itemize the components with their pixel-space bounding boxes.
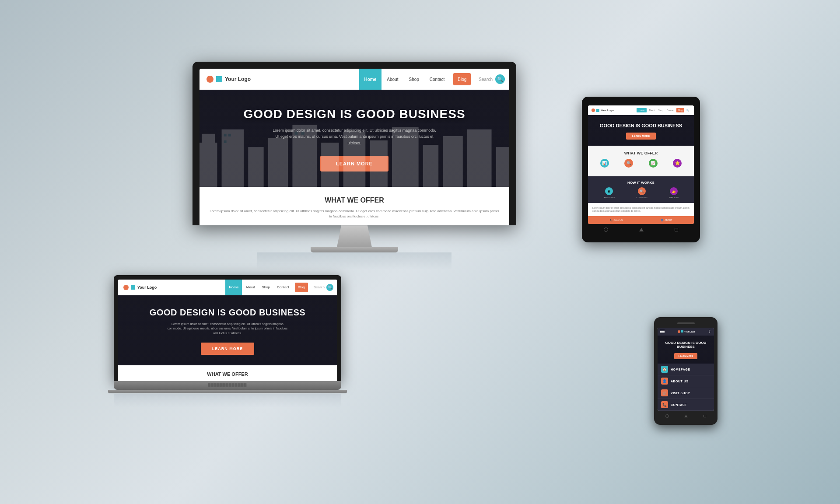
share-icon[interactable]: ⇧ <box>708 329 711 334</box>
tablet-recent-btn[interactable] <box>675 228 678 231</box>
tablet-how-section: HOW IT WORKS 🖥 LARGE VISION 🔍 EXPERIENCE <box>588 176 694 203</box>
svg-rect-15 <box>228 134 231 136</box>
phone-screen: Your Logo ⇧ GOOD DESIGN IS GOOD BUSINESS… <box>658 328 714 411</box>
tablet-how-circle-3: 👍 <box>670 187 678 195</box>
phone-menu-contact[interactable]: 📞 CONTACT <box>658 399 714 411</box>
homepage-icon: 🏠 <box>661 366 668 373</box>
nav-about[interactable]: About <box>382 69 403 90</box>
tablet-how-label-1: LARGE VISION <box>603 196 615 199</box>
tablet-back-btn[interactable] <box>604 228 608 232</box>
laptop-logo-area: Your Logo <box>118 280 225 295</box>
svg-rect-0 <box>200 143 217 187</box>
tablet-offer-icon-3: 📈 <box>649 159 658 168</box>
tablet-home-btn[interactable] <box>639 228 644 231</box>
desktop-offer-text: Lorem ipsum dolor sit amet, consectetur … <box>208 209 500 219</box>
desktop-nav-logo: Your Logo <box>200 69 359 90</box>
menu-line-3 <box>660 332 665 333</box>
nav-home[interactable]: Home <box>359 69 382 90</box>
laptop-hero-text: Lorem ipsum dolor sit amet, consectetur … <box>166 322 289 336</box>
desktop-website: Your Logo Home About Shop Contact Blog S… <box>200 69 509 225</box>
phone-logo: Your Logo <box>678 330 695 333</box>
nav-shop[interactable]: Shop <box>403 69 424 90</box>
phone-menu-homepage[interactable]: 🏠 HOMEPAGE <box>658 364 714 375</box>
desktop-base <box>311 247 398 252</box>
svg-rect-9 <box>392 127 419 187</box>
phone-logo-text: Your Logo <box>684 330 695 333</box>
desktop-offer-title: WHAT WE OFFER <box>208 196 500 204</box>
tablet-logo-text: Your Logo <box>601 109 614 112</box>
laptop-nav-blog[interactable]: Blog <box>295 283 308 292</box>
menu-line-2 <box>660 331 665 332</box>
phone-device: Your Logo ⇧ GOOD DESIGN IS GOOD BUSINESS… <box>654 317 718 425</box>
tablet-bottom-label-1: CALL US <box>614 219 623 221</box>
tablet-hero-btn[interactable]: LEARN MORE <box>626 133 656 140</box>
desktop-nav-search[interactable]: Search 🔍 <box>474 69 509 90</box>
nav-contact[interactable]: Contact <box>424 69 450 90</box>
laptop-search-icon[interactable]: 🔍 <box>326 284 333 291</box>
laptop-nav-shop[interactable]: Shop <box>258 280 273 295</box>
desktop-logo-text: Your Logo <box>225 76 251 82</box>
tablet-nav-contact[interactable]: Contact <box>665 109 676 112</box>
svg-rect-6 <box>321 143 339 187</box>
phone-bezel: Your Logo ⇧ GOOD DESIGN IS GOOD BUSINESS… <box>654 317 718 425</box>
phone-logo-circle <box>678 330 680 333</box>
tablet-nav: Your Logo Home About Shop Contact Blog 🔍 <box>588 105 694 115</box>
tablet-bottom-label-2: ABOUT <box>665 219 672 221</box>
laptop-hero-btn[interactable]: LEARN MORE <box>201 343 255 355</box>
tablet-how-title: HOW IT WORKS <box>592 181 690 185</box>
hamburger-icon[interactable] <box>660 330 665 333</box>
laptop-device: Your Logo Home About Shop Contact Blog S… <box>114 275 341 408</box>
svg-rect-7 <box>343 132 366 187</box>
desktop-device: Your Logo Home About Shop Contact Blog S… <box>192 62 516 270</box>
phone-back-btn[interactable] <box>665 414 669 418</box>
laptop-nav-search[interactable]: Search 🔍 <box>310 280 337 295</box>
shop-icon: 🛒 <box>661 389 668 396</box>
laptop-nav-links: Home About Shop Contact Blog <box>225 280 310 295</box>
svg-rect-11 <box>443 136 463 187</box>
tablet-nav-shop[interactable]: Shop <box>657 109 665 112</box>
phone-menu-about-label: ABOUT US <box>671 380 689 383</box>
search-icon[interactable]: 🔍 <box>495 74 505 84</box>
tablet-hero-title: GOOD DESIGN IS GOOD BUSINESS <box>592 123 690 128</box>
tablet-nav-home[interactable]: Home <box>637 108 647 112</box>
phone-recent-btn[interactable] <box>704 415 706 417</box>
laptop-hero: GOOD DESIGN IS GOOD BUSINESS Lorem ipsum… <box>118 295 337 366</box>
tablet-how-3: 👍 STAR MORE <box>668 187 679 199</box>
phone-hero-btn[interactable]: LEARN MORE <box>674 353 698 359</box>
nav-blog[interactable]: Blog <box>453 73 471 85</box>
phone-menu-about[interactable]: 👤 ABOUT US <box>658 375 714 387</box>
tablet-nav-about[interactable]: About <box>648 109 656 112</box>
tablet-nav-blog[interactable]: Blog <box>676 108 684 112</box>
phone-hero: GOOD DESIGN IS GOOD BUSINESS LEARN MORE <box>658 336 714 364</box>
tablet-offer-title: WHAT WE OFFER <box>592 151 690 155</box>
search-label: Search <box>479 77 493 82</box>
contact-icon: 📞 <box>661 401 668 408</box>
tablet-how-label-2: EXPERIENCE <box>636 196 648 199</box>
tablet-nav-search[interactable]: 🔍 <box>685 109 690 112</box>
phone-topbar: Your Logo ⇧ <box>658 328 714 336</box>
laptop-nav-contact[interactable]: Contact <box>273 280 293 295</box>
svg-rect-2 <box>222 130 244 187</box>
tablet-bezel: Your Logo Home About Shop Contact Blog 🔍 <box>582 97 700 242</box>
laptop-offer-title: WHAT WE OFFER <box>123 371 332 377</box>
laptop-nav: Your Logo Home About Shop Contact Blog S… <box>118 280 337 295</box>
laptop-nav-about[interactable]: About <box>242 280 258 295</box>
laptop-screen-bezel: Your Logo Home About Shop Contact Blog S… <box>114 275 341 382</box>
phone-home-btn[interactable] <box>684 415 688 417</box>
tablet-offer: WHAT WE OFFER 📊 🔍 📈 ⭐ <box>588 146 694 176</box>
phone-menu-shop-label: VISIT SHOP <box>671 392 690 395</box>
desktop-screen-bezel: Your Logo Home About Shop Contact Blog S… <box>192 62 516 225</box>
tablet-quote-text: Lorem ipsum dolor sit amet, consectetur … <box>592 206 690 213</box>
svg-rect-14 <box>224 134 227 136</box>
laptop-nav-home[interactable]: Home <box>225 280 242 295</box>
person-icon: 👤 <box>661 219 663 221</box>
phone-menu-shop[interactable]: 🛒 VISIT SHOP <box>658 387 714 399</box>
tablet-how-icons: 🖥 LARGE VISION 🔍 EXPERIENCE 👍 STAR MORE <box>592 187 690 199</box>
phone-menu-contact-label: CONTACT <box>671 403 687 406</box>
phone-speaker <box>677 322 695 324</box>
phone-hero-title: GOOD DESIGN IS GOOD BUSINESS <box>661 341 710 349</box>
tablet-device: Your Logo Home About Shop Contact Blog 🔍 <box>582 97 700 242</box>
logo-square-icon <box>216 76 222 82</box>
svg-rect-18 <box>301 132 304 135</box>
laptop-logo-square <box>131 285 135 290</box>
